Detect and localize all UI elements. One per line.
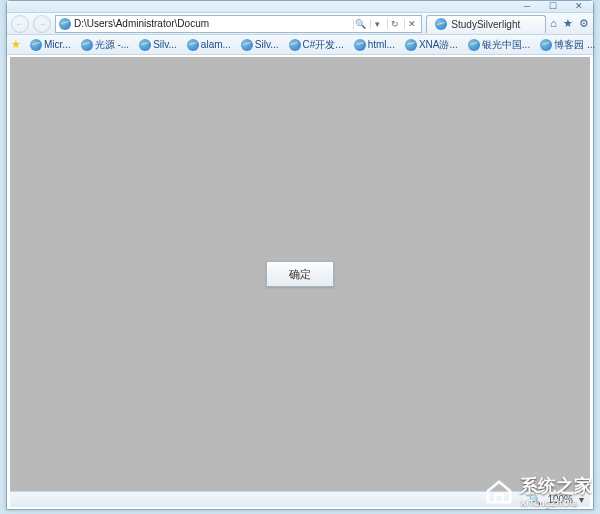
top-icons: ⌂ ★ ⚙: [550, 17, 589, 30]
bookmark-label: XNA游...: [419, 38, 458, 52]
navigation-bar: ← → D:\Users\Administrator\Docum 🔍 ▾ ↻ ✕…: [7, 13, 593, 35]
ie-icon: [289, 39, 301, 51]
refresh-button[interactable]: ↻: [387, 19, 401, 29]
bookmark-label: 光源 -...: [95, 38, 129, 52]
bookmark-label: Micr...: [44, 39, 71, 50]
bookmark-label: 银光中国...: [482, 38, 530, 52]
ie-icon: [30, 39, 42, 51]
address-text: D:\Users\Administrator\Docum: [74, 18, 350, 29]
forward-button[interactable]: →: [33, 15, 51, 33]
ie-icon: [435, 18, 447, 30]
bookmark-item[interactable]: Silv...: [238, 38, 282, 52]
favorites-icon[interactable]: ★: [563, 17, 573, 30]
tools-icon[interactable]: ⚙: [579, 17, 589, 30]
ie-icon: [59, 18, 71, 30]
minimize-button[interactable]: ─: [517, 2, 537, 12]
favorites-star-icon[interactable]: ★: [11, 38, 21, 51]
back-icon: ←: [16, 19, 25, 29]
search-icon[interactable]: 🔍: [353, 19, 367, 29]
stop-button[interactable]: ✕: [404, 19, 418, 29]
bookmark-label: Silv...: [153, 39, 177, 50]
forward-icon: →: [38, 19, 47, 29]
home-icon[interactable]: ⌂: [550, 17, 557, 30]
bookmark-item[interactable]: 博客园 ...: [537, 37, 598, 53]
bookmark-label: Silv...: [255, 39, 279, 50]
ie-icon: [81, 39, 93, 51]
zoom-icon[interactable]: 🔍: [529, 494, 541, 505]
ie-icon: [540, 39, 552, 51]
tab-title: StudySilverlight: [451, 19, 520, 30]
bookmark-item[interactable]: XNA游...: [402, 37, 461, 53]
bookmark-item[interactable]: 银光中国...: [465, 37, 533, 53]
browser-window: ─ ☐ ✕ ← → D:\Users\Administrator\Docum 🔍…: [6, 0, 594, 510]
bookmark-item[interactable]: C#开发...: [286, 37, 347, 53]
bookmark-item[interactable]: Silv...: [136, 38, 180, 52]
address-bar[interactable]: D:\Users\Administrator\Docum 🔍 ▾ ↻ ✕: [55, 15, 422, 33]
ie-icon: [241, 39, 253, 51]
bookmark-label: html...: [368, 39, 395, 50]
close-button[interactable]: ✕: [569, 2, 589, 12]
page-content: 确定: [10, 57, 590, 491]
address-dropdown[interactable]: ▾: [370, 19, 384, 29]
bookmark-item[interactable]: html...: [351, 38, 398, 52]
zoom-dropdown[interactable]: ▾: [579, 494, 584, 505]
ok-button-label: 确定: [289, 267, 311, 282]
titlebar: ─ ☐ ✕: [7, 1, 593, 13]
tab-active[interactable]: StudySilverlight: [426, 15, 546, 33]
bookmark-label: 博客园 ...: [554, 38, 595, 52]
ie-icon: [405, 39, 417, 51]
bookmark-item[interactable]: 光源 -...: [78, 37, 132, 53]
bookmark-label: C#开发...: [303, 38, 344, 52]
bookmark-item[interactable]: Micr...: [27, 38, 74, 52]
ie-icon: [139, 39, 151, 51]
back-button[interactable]: ←: [11, 15, 29, 33]
bookmark-item[interactable]: alam...: [184, 38, 234, 52]
bookmark-label: alam...: [201, 39, 231, 50]
ok-button[interactable]: 确定: [266, 261, 334, 287]
ie-icon: [187, 39, 199, 51]
status-bar: 🔍 100% ▾: [10, 491, 590, 507]
ie-icon: [468, 39, 480, 51]
ie-icon: [354, 39, 366, 51]
bookmarks-bar: ★ Micr... 光源 -... Silv... alam... Silv..…: [7, 35, 593, 55]
maximize-button[interactable]: ☐: [543, 2, 563, 12]
zoom-level[interactable]: 100%: [547, 494, 573, 505]
